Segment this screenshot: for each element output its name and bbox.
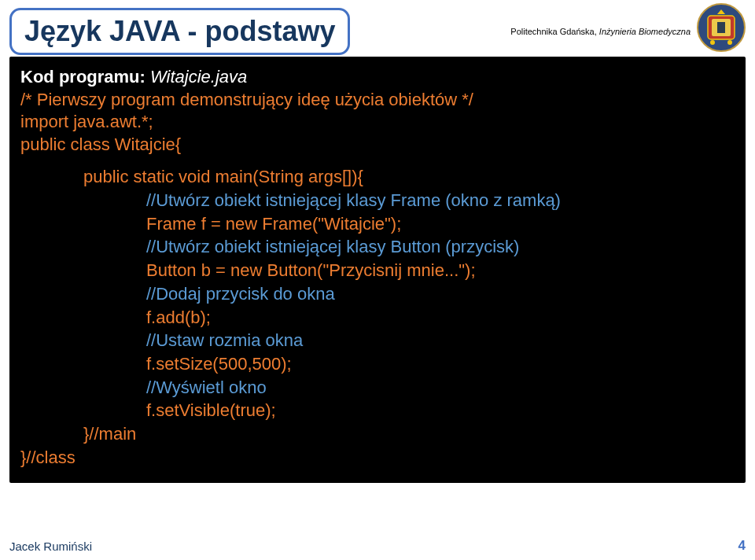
header-line-comment: /* Pierwszy program demonstrujący ideę u… — [20, 89, 735, 112]
code-line-2: Button b = new Button("Przycisnij mnie..… — [146, 259, 735, 282]
page-title: Język JAVA - podstawy — [24, 15, 335, 48]
author-name: Jacek Rumiński — [9, 540, 92, 553]
code-box: Kod programu: Witajcie.java /* Pierwszy … — [9, 57, 746, 483]
subtitle-plain: Politechnika Gdańska, — [510, 27, 599, 36]
subtitle: Politechnika Gdańska, Inżynieria Biomedy… — [510, 27, 691, 36]
subtitle-italic: Inżynieria Biomedyczna — [599, 27, 691, 36]
method-declaration: public static void main(String args[]){ — [83, 165, 735, 189]
comment-5: //Wyświetl okno — [146, 376, 735, 400]
code-header: Kod programu: Witajcie.java /* Pierwszy … — [20, 66, 735, 156]
title-container: Język JAVA - podstawy — [9, 8, 350, 55]
code-line-4: f.setSize(500,500); — [146, 352, 735, 376]
close-main: }//main — [83, 422, 735, 446]
code-line-3: f.add(b); — [146, 306, 735, 330]
svg-point-4 — [710, 40, 715, 45]
svg-rect-3 — [717, 22, 725, 33]
footer: Jacek Rumiński 4 — [9, 538, 746, 554]
code-line-1: Frame f = new Frame("Witajcie"); — [146, 212, 735, 236]
page-number: 4 — [738, 538, 746, 554]
code-line-5: f.setVisible(true); — [146, 399, 735, 422]
comment-3: //Dodaj przycisk do okna — [146, 282, 735, 306]
university-logo — [697, 3, 746, 52]
header-line-class: public class Witajcie{ — [20, 134, 735, 157]
code-body: public static void main(String args[]){ … — [20, 165, 735, 469]
header-program: Witajcie.java — [150, 67, 247, 87]
comment-4: //Ustaw rozmia okna — [146, 329, 735, 352]
code-header-line1: Kod programu: Witajcie.java — [20, 66, 735, 89]
close-class: }//class — [20, 446, 735, 470]
comment-2: //Utwórz obiekt istniejącej klasy Button… — [146, 235, 735, 259]
svg-point-5 — [727, 40, 732, 45]
comment-1: //Utwórz obiekt istniejącej klasy Frame … — [146, 189, 735, 212]
header-label: Kod programu: — [20, 67, 150, 87]
header-line-import: import java.awt.*; — [20, 111, 735, 134]
